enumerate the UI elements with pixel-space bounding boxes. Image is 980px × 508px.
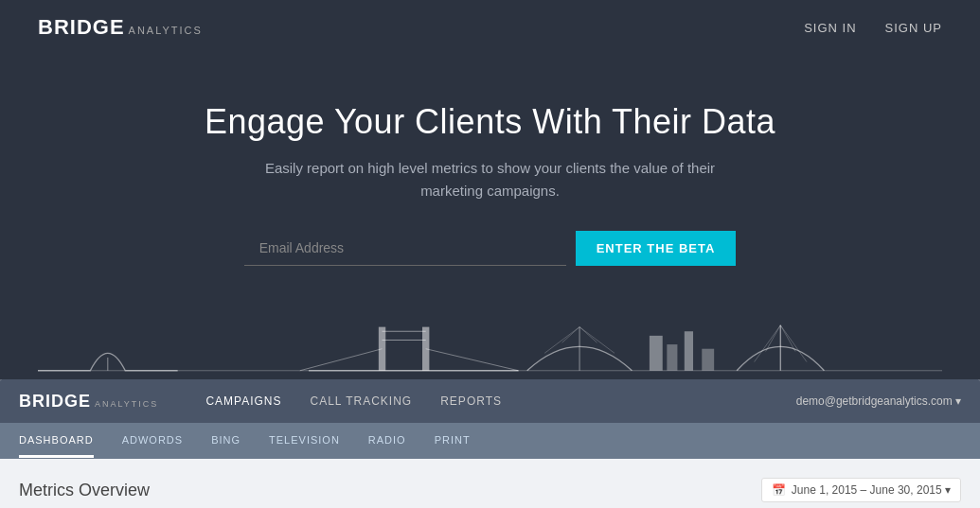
dashboard-preview: BRIDGE analytics CAMPAIGNS CALL TRACKING…	[0, 379, 980, 508]
top-navigation: BRIDGE analytics SIGN IN SIGN UP	[0, 0, 980, 55]
subnav-radio[interactable]: RADIO	[368, 425, 406, 458]
dash-nav-reports[interactable]: REPORTS	[440, 381, 502, 421]
svg-rect-14	[667, 344, 677, 371]
brand-bridge: BRIDGE	[38, 15, 125, 40]
svg-line-6	[426, 349, 519, 371]
subnav-television[interactable]: TELEVISION	[269, 425, 340, 458]
dash-nav-campaigns[interactable]: CAMPAIGNS	[205, 381, 281, 421]
svg-line-21	[780, 325, 807, 362]
email-input[interactable]	[244, 231, 566, 266]
dash-brand-bridge: BRIDGE	[19, 392, 91, 412]
subnav-bing[interactable]: BING	[211, 425, 241, 458]
skyline-illustration	[38, 304, 942, 379]
metrics-area: Metrics Overview 📅 June 1, 2015 – June 3…	[0, 459, 980, 508]
dash-brand-analytics: analytics	[95, 399, 158, 409]
brand-analytics: analytics	[129, 25, 203, 36]
beta-button[interactable]: ENTER THE BETA	[576, 231, 737, 266]
svg-line-18	[755, 325, 781, 362]
metrics-date-text: June 1, 2015 – June 30, 2015 ▾	[792, 483, 951, 497]
dash-brand: BRIDGE analytics	[19, 392, 158, 412]
svg-rect-15	[685, 331, 693, 371]
hero-headline: Engage Your Clients With Their Data	[38, 102, 942, 142]
svg-rect-16	[702, 349, 714, 371]
dashboard-user[interactable]: demo@getbridgeanalytics.com ▾	[796, 394, 961, 408]
metrics-title: Metrics Overview	[19, 481, 150, 500]
calendar-icon: 📅	[772, 483, 786, 497]
subnav-adwords[interactable]: ADWORDS	[122, 425, 183, 458]
dashboard-subnav: DASHBOARD ADWORDS BING TELEVISION RADIO …	[0, 423, 980, 459]
dash-nav-calltracking[interactable]: CALL TRACKING	[311, 381, 413, 421]
svg-line-5	[300, 349, 383, 371]
svg-line-10	[562, 327, 579, 343]
subnav-print[interactable]: PRINT	[435, 425, 471, 458]
brand-logo: BRIDGE analytics	[38, 15, 203, 40]
metrics-header: Metrics Overview 📅 June 1, 2015 – June 3…	[19, 478, 961, 502]
hero-section: Engage Your Clients With Their Data Easi…	[0, 55, 980, 379]
dashboard-nav: CAMPAIGNS CALL TRACKING REPORTS	[205, 381, 795, 421]
svg-rect-13	[650, 336, 663, 371]
sign-in-link[interactable]: SIGN IN	[804, 21, 856, 35]
hero-subtext: Easily report on high level metrics to s…	[254, 157, 727, 202]
nav-links: SIGN IN SIGN UP	[804, 21, 942, 35]
sign-up-link[interactable]: SIGN UP	[885, 21, 942, 35]
dashboard-topbar: BRIDGE analytics CAMPAIGNS CALL TRACKING…	[0, 379, 980, 423]
metrics-date-range[interactable]: 📅 June 1, 2015 – June 30, 2015 ▾	[761, 478, 961, 502]
email-form: ENTER THE BETA	[38, 231, 942, 266]
subnav-dashboard[interactable]: DASHBOARD	[19, 425, 94, 458]
